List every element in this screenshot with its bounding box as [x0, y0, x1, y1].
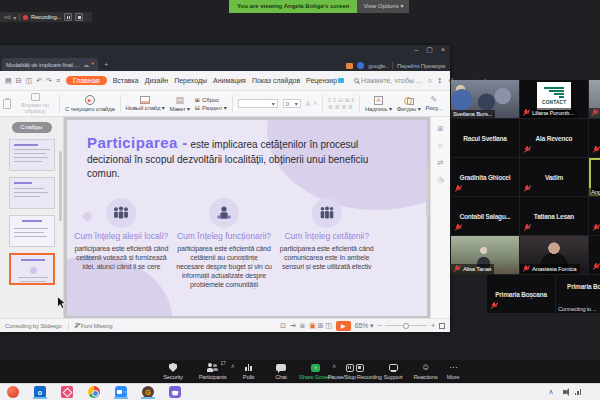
slide-thumbnail-1[interactable] — [9, 139, 55, 171]
participant-tile-svetlana-bors[interactable]: Svetlana Bors... — [451, 80, 519, 118]
participant-tile-racul-svetlana[interactable]: Racul Svetlana — [451, 119, 519, 157]
participant-tile-liliana-porumb[interactable]: CONTACT Liliana Porumb... — [520, 80, 588, 118]
canvas-scrollbar[interactable] — [426, 162, 429, 217]
slideshow-play-button[interactable]: ▶ — [336, 321, 351, 331]
new-slide-button[interactable]: Новый слайд ▾ — [126, 96, 165, 111]
zoom-level[interactable]: 65% ▾ — [355, 322, 374, 330]
slide-thumbnail-4-selected[interactable] — [9, 253, 55, 285]
fullscreen-icon[interactable] — [439, 323, 445, 329]
handout-icon[interactable]: ⇥ — [290, 322, 296, 330]
play-from-current-slide-button[interactable]: ▶С текущего слайда — [65, 95, 115, 112]
reading-view-icon[interactable]: ◫ — [325, 322, 331, 330]
pause-stop-recording-button[interactable]: Pause/Stop Recording — [334, 360, 375, 383]
more-button[interactable]: ⋯ More — [440, 360, 466, 383]
textbox-button[interactable]: AНадпись ▾ — [365, 96, 392, 112]
polls-button[interactable]: Polls — [232, 360, 265, 383]
preview-icon[interactable]: ◫ — [26, 77, 33, 85]
current-slide[interactable]: Participarea - este implicarea cetățenil… — [67, 120, 427, 316]
paragraph-format-icons[interactable]: ≡ ≡ ⊟ ⊞ ‖ ≣ ≣ ≣ ≣ — [328, 97, 354, 110]
star-icon[interactable]: ☆ — [437, 142, 443, 150]
reset-button[interactable]: ⊞Сброс — [195, 97, 227, 103]
swap-icon[interactable]: ⇄ — [438, 159, 444, 167]
tab-animation[interactable]: Анимация — [213, 77, 246, 84]
font-format-icons[interactable]: AA — [306, 100, 317, 107]
panel-scrollbar[interactable] — [59, 151, 62, 221]
font-name-select[interactable]: ▾ — [238, 99, 278, 108]
reactions-button[interactable]: ☺ Reactions — [411, 360, 440, 383]
new-tab-button[interactable]: + — [104, 60, 109, 69]
customize-icon[interactable]: ≡ — [56, 77, 60, 85]
participant-tile-alisa-tanas[interactable]: Alisa Tanas — [451, 236, 519, 274]
pause-recording-button[interactable] — [64, 13, 72, 21]
tray-expand-icon[interactable]: ∧ — [548, 388, 553, 396]
section-button[interactable]: ⊟Раздел ▾ — [195, 105, 227, 111]
paste-button[interactable] — [3, 99, 11, 109]
clock-icon[interactable]: ◷ — [437, 176, 443, 184]
slides-panel-tab[interactable]: Слайды — [12, 122, 52, 133]
taskbar-zoom-icon[interactable] — [115, 385, 127, 399]
participant-tile-primaria-connecting[interactable]: Primaria Boșc... Connecting to ... — [556, 275, 600, 313]
layout-button[interactable]: ▤Макет ▾ — [170, 96, 190, 112]
tab-review[interactable]: Рецензир — [306, 77, 344, 84]
document-tab[interactable]: Modalități de implicare final.pptx ☁ * — [2, 58, 98, 71]
taskbar-outlook-icon[interactable]: o — [34, 385, 46, 399]
security-button[interactable]: Security — [153, 360, 193, 383]
share-user-icon[interactable]: ○ — [428, 77, 432, 85]
font-size-select[interactable]: 0▾ — [283, 99, 301, 108]
participant-tile-clipped[interactable] — [589, 197, 600, 235]
stop-recording-button[interactable] — [75, 13, 83, 21]
chevron-up-icon[interactable]: ∧ — [332, 363, 336, 369]
redo-icon[interactable]: ↷ — [46, 77, 52, 85]
maximize-button[interactable]: ▢ — [426, 46, 433, 54]
participant-tile-ala-revenco[interactable]: Ala Revenco — [520, 119, 588, 157]
account-name[interactable]: google.. — [368, 63, 388, 69]
ribbon-search[interactable]: Нажмите, чтобы ... — [354, 77, 422, 84]
participant-tile-clipped[interactable] — [589, 236, 600, 274]
taskbar-photos-icon[interactable] — [61, 385, 73, 399]
slide-thumbnail-2[interactable] — [9, 177, 55, 209]
tab-design[interactable]: Дизайн — [145, 77, 169, 84]
participant-tile-anastasia-fomica[interactable]: Anastasia Fomica — [520, 236, 588, 274]
undo-icon[interactable]: ↶ — [36, 77, 42, 85]
chat-button[interactable]: Chat — [265, 360, 297, 383]
tab-home[interactable]: Главная — [66, 76, 107, 85]
save-icon[interactable]: ▤ — [5, 77, 12, 85]
chevron-up-icon[interactable]: ∧ — [230, 363, 234, 369]
participant-tile-angela-active-speaker[interactable]: Ange... — [589, 158, 600, 196]
recording-dropdown-partial[interactable]: nd — [4, 14, 10, 20]
participant-tile-vadim[interactable]: Vadim — [520, 158, 588, 196]
participant-tile-gradinita-ghiocel[interactable]: Gradinita Ghiocel — [451, 158, 519, 196]
tab-slideshow[interactable]: Показ слайдов — [252, 77, 300, 84]
notes-icon[interactable]: ⊡ — [280, 322, 286, 330]
taskbar-browser-icon[interactable] — [7, 385, 19, 399]
participant-tile-clipped-p[interactable]: P... — [589, 119, 600, 157]
shapes-button[interactable]: Фигуры ▾ — [397, 96, 421, 112]
go-premium-button[interactable]: Перейти Премиум — [397, 63, 445, 69]
print-icon[interactable]: ⊟ — [16, 77, 22, 85]
speaker-icon[interactable] — [563, 390, 566, 394]
tab-transitions[interactable]: Переходы — [174, 77, 207, 84]
zoom-in-button[interactable]: + — [431, 322, 435, 329]
taskbar-google-icon[interactable]: G — [142, 385, 154, 399]
normal-view-icon[interactable]: ▣ — [309, 322, 315, 330]
upload-icon[interactable]: ↥ — [437, 77, 443, 85]
participants-button[interactable]: 17∧ Participants — [193, 360, 232, 383]
avatar[interactable] — [357, 62, 364, 69]
minimize-button[interactable]: – — [414, 46, 418, 54]
zoom-slider[interactable] — [385, 325, 427, 326]
close-button[interactable]: × — [441, 46, 445, 54]
view-options-button[interactable]: View Options ▾ — [357, 0, 409, 13]
font-missing-warning[interactable]: TFont Missing — [75, 322, 113, 329]
zoom-out-button[interactable]: − — [377, 322, 381, 329]
taskbar-chrome-icon[interactable] — [88, 385, 100, 399]
draw-button[interactable]: ✎Рису... — [426, 96, 442, 111]
slide-thumbnail-3[interactable] — [9, 215, 55, 247]
grid-view-icon[interactable]: ⊞ — [318, 322, 324, 330]
tab-insert[interactable]: Вставка — [113, 77, 139, 84]
network-icon[interactable] — [575, 389, 582, 395]
taskbar-viber-icon[interactable]: ☎ — [169, 385, 181, 399]
participant-tile-primaria[interactable]: Prim... — [589, 80, 600, 118]
panel-grid-icon[interactable]: ⊞ — [438, 125, 444, 133]
zoom-slider-knob[interactable] — [403, 323, 409, 329]
participant-tile-contabil-salagu[interactable]: Contabil Salagu... — [451, 197, 519, 235]
